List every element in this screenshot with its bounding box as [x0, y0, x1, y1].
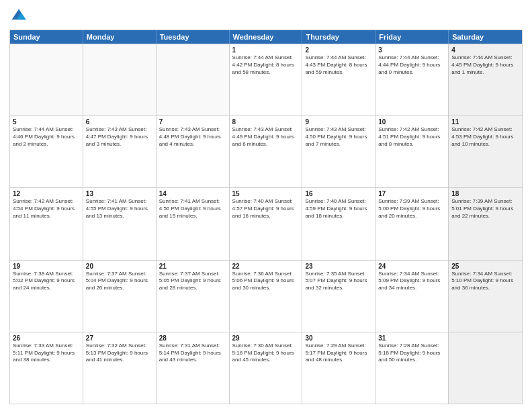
day-number: 6	[86, 118, 153, 126]
cell-text: Sunrise: 7:31 AM Sunset: 5:14 PM Dayligh…	[159, 342, 226, 364]
cell-text: Sunrise: 7:43 AM Sunset: 4:50 PM Dayligh…	[305, 126, 372, 148]
cell-text: Sunrise: 7:37 AM Sunset: 5:04 PM Dayligh…	[86, 271, 153, 292]
day-number: 2	[305, 46, 372, 54]
day-number: 10	[378, 118, 445, 126]
calendar-cell: 7Sunrise: 7:43 AM Sunset: 4:48 PM Daylig…	[157, 116, 230, 187]
calendar-cell: 5Sunrise: 7:44 AM Sunset: 4:46 PM Daylig…	[10, 116, 83, 187]
day-number: 14	[159, 190, 226, 197]
calendar-row: 19Sunrise: 7:38 AM Sunset: 5:02 PM Dayli…	[10, 260, 522, 332]
calendar-body: 1Sunrise: 7:44 AM Sunset: 4:42 PM Daylig…	[10, 44, 522, 404]
cell-text: Sunrise: 7:30 AM Sunset: 5:16 PM Dayligh…	[232, 342, 300, 364]
weekday-header: Sunday	[10, 30, 83, 44]
calendar-cell	[449, 332, 522, 404]
cell-text: Sunrise: 7:43 AM Sunset: 4:48 PM Dayligh…	[159, 126, 226, 148]
calendar-cell: 23Sunrise: 7:35 AM Sunset: 5:07 PM Dayli…	[302, 261, 375, 332]
day-number: 9	[305, 118, 372, 126]
calendar-row: 5Sunrise: 7:44 AM Sunset: 4:46 PM Daylig…	[10, 116, 522, 187]
cell-text: Sunrise: 7:44 AM Sunset: 4:43 PM Dayligh…	[305, 54, 372, 76]
day-number: 12	[13, 190, 80, 197]
calendar-cell: 21Sunrise: 7:37 AM Sunset: 5:05 PM Dayli…	[157, 261, 230, 332]
day-number: 4	[451, 46, 519, 54]
calendar-cell: 2Sunrise: 7:44 AM Sunset: 4:43 PM Daylig…	[302, 44, 375, 116]
day-number: 5	[13, 118, 80, 126]
calendar-cell: 27Sunrise: 7:32 AM Sunset: 5:13 PM Dayli…	[83, 332, 157, 404]
calendar-cell: 20Sunrise: 7:37 AM Sunset: 5:04 PM Dayli…	[83, 261, 157, 332]
day-number: 3	[378, 46, 445, 54]
cell-text: Sunrise: 7:44 AM Sunset: 4:44 PM Dayligh…	[378, 54, 445, 76]
day-number: 1	[232, 46, 300, 54]
calendar-cell: 12Sunrise: 7:42 AM Sunset: 4:54 PM Dayli…	[10, 188, 83, 259]
calendar: SundayMondayTuesdayWednesdayThursdayFrid…	[9, 30, 523, 404]
weekday-header: Tuesday	[157, 30, 230, 44]
calendar-cell: 31Sunrise: 7:28 AM Sunset: 5:18 PM Dayli…	[375, 332, 449, 404]
calendar-cell	[10, 44, 83, 116]
day-number: 26	[13, 334, 80, 342]
cell-text: Sunrise: 7:44 AM Sunset: 4:45 PM Dayligh…	[451, 54, 519, 76]
calendar-row: 12Sunrise: 7:42 AM Sunset: 4:54 PM Dayli…	[10, 187, 522, 259]
calendar-cell: 22Sunrise: 7:36 AM Sunset: 5:06 PM Dayli…	[230, 261, 303, 332]
calendar-cell	[83, 44, 157, 116]
calendar-cell: 6Sunrise: 7:43 AM Sunset: 4:47 PM Daylig…	[83, 116, 157, 187]
cell-text: Sunrise: 7:41 AM Sunset: 4:56 PM Dayligh…	[159, 198, 226, 220]
calendar-cell: 4Sunrise: 7:44 AM Sunset: 4:45 PM Daylig…	[449, 44, 522, 116]
cell-text: Sunrise: 7:42 AM Sunset: 4:53 PM Dayligh…	[451, 126, 519, 148]
day-number: 16	[305, 190, 372, 197]
day-number: 23	[305, 263, 372, 270]
day-number: 24	[378, 263, 445, 270]
calendar-cell: 17Sunrise: 7:39 AM Sunset: 5:00 PM Dayli…	[375, 188, 449, 259]
weekday-header: Monday	[83, 30, 157, 44]
day-number: 27	[86, 334, 153, 342]
cell-text: Sunrise: 7:43 AM Sunset: 4:49 PM Dayligh…	[232, 126, 300, 148]
calendar-header: SundayMondayTuesdayWednesdayThursdayFrid…	[10, 30, 522, 44]
day-number: 17	[378, 190, 445, 197]
weekday-header: Saturday	[449, 30, 522, 44]
calendar-cell: 8Sunrise: 7:43 AM Sunset: 4:49 PM Daylig…	[230, 116, 303, 187]
day-number: 25	[451, 263, 519, 270]
calendar-cell: 28Sunrise: 7:31 AM Sunset: 5:14 PM Dayli…	[157, 332, 230, 404]
calendar-cell: 29Sunrise: 7:30 AM Sunset: 5:16 PM Dayli…	[230, 332, 303, 404]
page: SundayMondayTuesdayWednesdayThursdayFrid…	[0, 0, 532, 411]
calendar-cell	[157, 44, 230, 116]
cell-text: Sunrise: 7:34 AM Sunset: 5:10 PM Dayligh…	[451, 271, 519, 292]
calendar-cell: 11Sunrise: 7:42 AM Sunset: 4:53 PM Dayli…	[449, 116, 522, 187]
day-number: 30	[305, 334, 372, 342]
calendar-cell: 30Sunrise: 7:29 AM Sunset: 5:17 PM Dayli…	[302, 332, 375, 404]
weekday-header: Wednesday	[230, 30, 303, 44]
calendar-cell: 10Sunrise: 7:42 AM Sunset: 4:51 PM Dayli…	[375, 116, 449, 187]
cell-text: Sunrise: 7:40 AM Sunset: 4:59 PM Dayligh…	[305, 198, 372, 220]
cell-text: Sunrise: 7:44 AM Sunset: 4:42 PM Dayligh…	[232, 54, 300, 76]
calendar-cell: 19Sunrise: 7:38 AM Sunset: 5:02 PM Dayli…	[10, 261, 83, 332]
day-number: 13	[86, 190, 153, 197]
day-number: 20	[86, 263, 153, 270]
calendar-cell: 1Sunrise: 7:44 AM Sunset: 4:42 PM Daylig…	[230, 44, 303, 116]
cell-text: Sunrise: 7:44 AM Sunset: 4:46 PM Dayligh…	[13, 126, 80, 148]
cell-text: Sunrise: 7:42 AM Sunset: 4:54 PM Dayligh…	[13, 198, 80, 220]
calendar-cell: 16Sunrise: 7:40 AM Sunset: 4:59 PM Dayli…	[302, 188, 375, 259]
calendar-cell: 24Sunrise: 7:34 AM Sunset: 5:09 PM Dayli…	[375, 261, 449, 332]
cell-text: Sunrise: 7:34 AM Sunset: 5:09 PM Dayligh…	[378, 271, 445, 292]
calendar-cell: 18Sunrise: 7:39 AM Sunset: 5:01 PM Dayli…	[449, 188, 522, 259]
weekday-header: Friday	[375, 30, 449, 44]
cell-text: Sunrise: 7:33 AM Sunset: 5:11 PM Dayligh…	[13, 342, 80, 364]
calendar-row: 26Sunrise: 7:33 AM Sunset: 5:11 PM Dayli…	[10, 332, 522, 404]
calendar-cell: 15Sunrise: 7:40 AM Sunset: 4:57 PM Dayli…	[230, 188, 303, 259]
calendar-cell: 13Sunrise: 7:41 AM Sunset: 4:55 PM Dayli…	[83, 188, 157, 259]
calendar-cell: 14Sunrise: 7:41 AM Sunset: 4:56 PM Dayli…	[157, 188, 230, 259]
day-number: 22	[232, 263, 300, 270]
calendar-cell: 26Sunrise: 7:33 AM Sunset: 5:11 PM Dayli…	[10, 332, 83, 404]
cell-text: Sunrise: 7:43 AM Sunset: 4:47 PM Dayligh…	[86, 126, 153, 148]
cell-text: Sunrise: 7:35 AM Sunset: 5:07 PM Dayligh…	[305, 271, 372, 292]
logo	[9, 7, 31, 26]
calendar-cell: 25Sunrise: 7:34 AM Sunset: 5:10 PM Dayli…	[449, 261, 522, 332]
cell-text: Sunrise: 7:41 AM Sunset: 4:55 PM Dayligh…	[86, 198, 153, 220]
weekday-header: Thursday	[302, 30, 375, 44]
logo-icon	[9, 7, 28, 26]
day-number: 21	[159, 263, 226, 270]
day-number: 29	[232, 334, 300, 342]
header	[9, 7, 523, 26]
cell-text: Sunrise: 7:28 AM Sunset: 5:18 PM Dayligh…	[378, 342, 445, 364]
day-number: 8	[232, 118, 300, 126]
day-number: 15	[232, 190, 300, 197]
cell-text: Sunrise: 7:39 AM Sunset: 5:00 PM Dayligh…	[378, 198, 445, 220]
cell-text: Sunrise: 7:32 AM Sunset: 5:13 PM Dayligh…	[86, 342, 153, 364]
